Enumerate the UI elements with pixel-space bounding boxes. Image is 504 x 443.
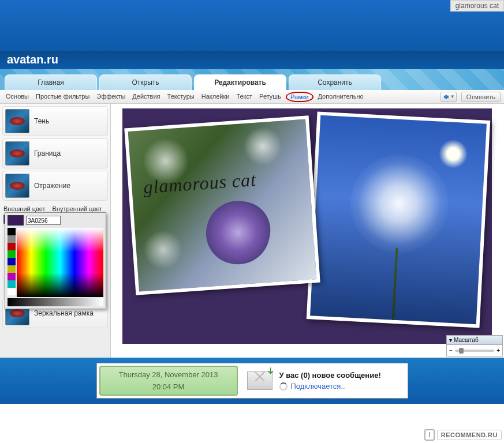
date-text: Thursday 28, November 2013 [119, 370, 218, 379]
footer-widget: Thursday 28, November 2013 20:04 PM У ва… [96, 363, 408, 399]
toolbar-basics[interactable]: Основы [3, 92, 31, 102]
canvas-frame[interactable]: glamorous cat [122, 108, 492, 344]
color-picker-popup [5, 212, 106, 309]
tool-thumb-icon [5, 141, 29, 166]
picker-grayscale[interactable] [8, 298, 103, 306]
zoom-label: Масштаб [454, 337, 479, 343]
undo-button[interactable]: Отменить [461, 92, 501, 102]
zoom-slider-track[interactable] [455, 350, 494, 352]
picker-current-color [8, 215, 24, 226]
watermark-site: RECOMMEND.RU [437, 430, 502, 440]
toolbar-text[interactable]: Текст [234, 92, 255, 102]
chevron-down-icon: ▼ [450, 94, 455, 99]
tool-shadow[interactable]: Тень [2, 106, 108, 136]
footer: Thursday 28, November 2013 20:04 PM У ва… [0, 358, 504, 404]
tab-open[interactable]: Открыть [99, 74, 192, 90]
spinner-icon [279, 382, 288, 391]
outer-color-label: Внешний цвет [3, 205, 46, 212]
tool-reflection[interactable]: Отражение [2, 171, 108, 201]
dandelion-stem [392, 247, 398, 322]
inner-color-label: Внутренний цвет [53, 205, 103, 212]
time-text: 20:04 PM [152, 382, 185, 391]
watermark-bottom: I RECOMMEND.RU [424, 429, 502, 441]
toolbar: Основы Простые фильтры Эффекты Действия … [0, 90, 504, 104]
tool-thumb-icon [5, 174, 29, 198]
site-title: avatan.ru [0, 51, 504, 69]
zoom-panel: ▾Масштаб − + [446, 335, 503, 356]
toolbar-frames[interactable]: Рамки [286, 92, 313, 102]
message-status: Подключается.. [291, 382, 345, 391]
picker-spectrum[interactable] [17, 228, 103, 297]
watermark-top: glamorous cat [450, 0, 504, 12]
picker-basic-colors[interactable] [8, 228, 16, 297]
settings-button[interactable]: ▼ [440, 92, 457, 102]
toolbar-extra[interactable]: Дополнительно [316, 92, 366, 102]
toolbar-filters[interactable]: Простые фильтры [33, 92, 92, 102]
photo-rose[interactable]: glamorous cat [124, 115, 320, 295]
tab-edit[interactable]: Редактировать [194, 74, 286, 90]
message-widget[interactable]: У вас (0) новое сообщение! Подключается.… [240, 363, 408, 398]
toolbar-retouch[interactable]: Ретушь [257, 92, 283, 102]
download-arrow-icon [266, 367, 275, 376]
toolbar-stickers[interactable]: Наклейки [199, 92, 232, 102]
tool-label: Тень [34, 117, 49, 125]
main-tabs: Главная Открыть Редактировать Сохранить [0, 69, 504, 90]
message-title: У вас (0) новое сообщение! [279, 371, 381, 380]
date-widget: Thursday 28, November 2013 20:04 PM [99, 366, 238, 396]
zoom-slider-thumb[interactable] [459, 348, 464, 354]
tool-label: Граница [34, 149, 61, 157]
toolbar-actions[interactable]: Действия [130, 92, 162, 102]
gear-icon [442, 93, 449, 100]
toolbar-effects[interactable]: Эффекты [94, 92, 128, 102]
workspace: Тень Граница Отражение Внешний цвет Внут… [0, 104, 504, 358]
photo-overlay-text: glamorous cat [143, 169, 257, 198]
tool-label: Зеркальная рамка [34, 309, 94, 317]
tool-border[interactable]: Граница [2, 138, 108, 168]
zoom-in-button[interactable]: + [496, 347, 500, 354]
toolbar-textures[interactable]: Текстуры [165, 92, 197, 102]
hex-input[interactable] [26, 216, 61, 225]
dandelion-icon [348, 152, 451, 256]
zoom-out-button[interactable]: − [449, 347, 453, 354]
collapse-icon[interactable]: ▾ [449, 337, 452, 343]
i-badge-icon: I [424, 429, 434, 441]
top-banner [0, 0, 504, 51]
tab-save[interactable]: Сохранить [289, 74, 381, 90]
tool-label: Отражение [34, 182, 70, 190]
canvas-area: glamorous cat ▾Масштаб − + [111, 104, 504, 358]
tool-thumb-icon [5, 109, 29, 133]
sidebar: Тень Граница Отражение Внешний цвет Внут… [0, 104, 111, 358]
tab-home[interactable]: Главная [5, 74, 97, 90]
photo-dandelion[interactable] [307, 111, 490, 328]
